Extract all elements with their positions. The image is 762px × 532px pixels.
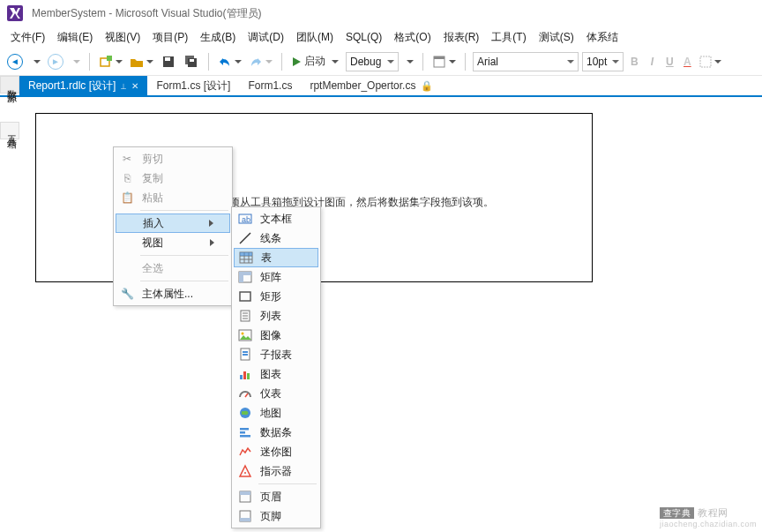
insert-footer[interactable]: 页脚 (234, 506, 318, 526)
svg-rect-22 (240, 292, 250, 301)
insert-item-label: 指示器 (260, 464, 292, 479)
menu-project[interactable]: 项目(P) (147, 27, 193, 48)
tab-report1[interactable]: Report1.rdlc [设计] ⟂ ✕ (19, 76, 147, 95)
tab-label: Form1.cs [设计] (156, 79, 230, 94)
insert-gauge[interactable]: 仪表 (234, 384, 318, 403)
ctx-label: 剪切 (142, 152, 163, 167)
menu-report[interactable]: 报表(R) (438, 27, 485, 48)
menu-build[interactable]: 生成(B) (195, 27, 241, 48)
insert-item-label: 线条 (260, 231, 281, 246)
window-title: MemberSystem - Microsoft Visual Studio(管… (32, 6, 262, 21)
font-size-combo[interactable]: 10pt (582, 52, 624, 71)
menu-view[interactable]: 视图(V) (100, 27, 146, 48)
font-color-button[interactable]: A (680, 52, 694, 71)
tab-label: Report1.rdlc [设计] (28, 79, 116, 94)
solution-explorer-button[interactable] (430, 52, 458, 71)
svg-rect-18 (240, 252, 252, 256)
save-button[interactable] (159, 52, 178, 71)
insert-item-label: 矩阵 (260, 270, 281, 285)
lock-icon: 🔒 (421, 80, 433, 92)
svg-rect-21 (239, 272, 251, 275)
italic-button[interactable]: I (645, 52, 659, 71)
submenu-arrow-icon (210, 239, 214, 246)
subreport-icon (237, 348, 253, 362)
ctx-view[interactable]: 视图 (116, 233, 230, 252)
tab-rptmember[interactable]: rptMember_Opertor.cs 🔒 (301, 76, 442, 95)
menu-test[interactable]: 测试(S) (534, 27, 579, 48)
border-button[interactable] (698, 52, 723, 71)
tab-label: Form1.cs (248, 79, 292, 92)
tab-form1-cs[interactable]: Form1.cs (239, 76, 301, 95)
header-icon (237, 490, 253, 504)
insert-item-label: 图像 (260, 328, 281, 343)
watermark-text: 教程网 (698, 507, 728, 518)
pin-icon[interactable]: ⟂ (121, 81, 126, 91)
tab-form1-design[interactable]: Form1.cs [设计] (147, 76, 239, 95)
menu-sql[interactable]: SQL(Q) (340, 28, 387, 46)
menu-edit[interactable]: 编辑(E) (52, 27, 98, 48)
menu-format[interactable]: 格式(O) (389, 27, 436, 48)
paste-icon: 📋 (119, 191, 135, 205)
nav-forward-button: ► (46, 52, 65, 71)
nav-back-button[interactable]: ◄ (5, 52, 25, 71)
undo-button[interactable] (216, 52, 243, 71)
insert-submenu: ab文本框线条表矩阵矩形列表图像子报表图表仪表地图数据条迷你图指示器页眉页脚 (231, 206, 321, 528)
insert-item-label: 迷你图 (260, 445, 292, 460)
nav-forward-dd (69, 52, 82, 71)
insert-image[interactable]: 图像 (234, 326, 318, 345)
sidepanel-toolbox[interactable]: 工具箱 (0, 122, 19, 139)
ctx-label: 全选 (142, 261, 163, 276)
svg-rect-3 (165, 57, 170, 61)
svg-rect-34 (247, 373, 250, 379)
menu-tools[interactable]: 工具(T) (486, 27, 531, 48)
underline-button[interactable]: U (662, 52, 676, 71)
svg-rect-39 (240, 435, 250, 438)
sidepanel-datasource[interactable]: 数据源 (0, 76, 19, 94)
insert-databar[interactable]: 数据条 (234, 423, 318, 442)
redo-button[interactable] (247, 52, 274, 71)
menu-arch[interactable]: 体系结 (581, 27, 624, 48)
insert-rect[interactable]: 矩形 (234, 287, 318, 306)
insert-textbox[interactable]: ab文本框 (234, 209, 318, 229)
ctx-insert[interactable]: 插入 (116, 214, 230, 233)
start-debug-button[interactable]: 启动 (289, 52, 342, 71)
tab-label: rptMember_Opertor.cs (310, 79, 415, 92)
ctx-body-properties[interactable]: 🔧 主体属性... (116, 284, 230, 303)
table-icon (238, 251, 254, 265)
close-icon[interactable]: ✕ (131, 81, 138, 91)
nav-back-dd[interactable] (28, 52, 42, 71)
save-all-button[interactable] (182, 52, 201, 71)
play-icon (293, 57, 301, 66)
footer-icon (237, 509, 253, 523)
insert-list[interactable]: 列表 (234, 306, 318, 326)
insert-item-label: 仪表 (260, 386, 281, 401)
insert-sparkline[interactable]: 迷你图 (234, 442, 318, 461)
config-dd[interactable] (402, 52, 415, 71)
ctx-paste: 📋 粘贴 (116, 188, 230, 207)
menu-file[interactable]: 文件(F) (5, 27, 50, 48)
insert-map[interactable]: 地图 (234, 403, 318, 423)
open-file-button[interactable] (128, 52, 155, 71)
insert-chart[interactable]: 图表 (234, 364, 318, 384)
document-tabstrip: Report1.rdlc [设计] ⟂ ✕ Form1.cs [设计] Form… (0, 76, 762, 97)
insert-item-label: 子报表 (260, 348, 292, 363)
new-project-button[interactable] (97, 52, 124, 71)
menu-team[interactable]: 团队(M) (291, 27, 339, 48)
menu-debug[interactable]: 调试(D) (243, 27, 289, 48)
config-value: Debug (350, 56, 381, 68)
insert-indicator[interactable]: 指示器 (234, 461, 318, 481)
insert-line[interactable]: 线条 (234, 229, 318, 248)
insert-header[interactable]: 页眉 (234, 487, 318, 506)
insert-item-label: 文本框 (260, 212, 292, 227)
bold-button[interactable]: B (627, 52, 641, 71)
copy-icon: ⎘ (119, 171, 135, 185)
insert-table[interactable]: 表 (234, 248, 318, 267)
image-icon (237, 328, 253, 342)
insert-matrix[interactable]: 矩阵 (234, 267, 318, 287)
font-family-combo[interactable]: Arial (473, 52, 579, 71)
insert-subreport[interactable]: 子报表 (234, 345, 318, 364)
config-combo[interactable]: Debug (346, 52, 399, 71)
blank-icon (119, 236, 135, 250)
menubar: 文件(F) 编辑(E) 视图(V) 项目(P) 生成(B) 调试(D) 团队(M… (0, 26, 762, 48)
sparkline-icon (237, 445, 253, 459)
